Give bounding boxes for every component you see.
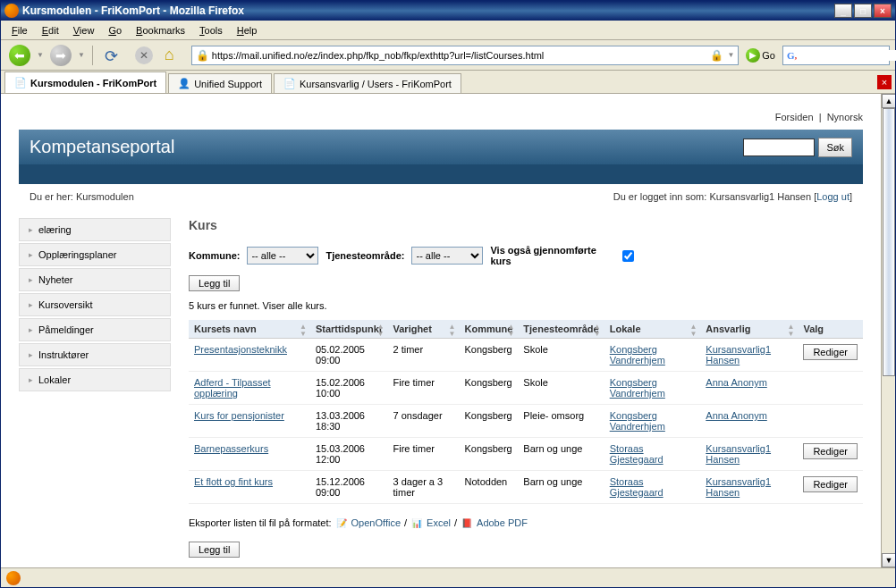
forward-button[interactable]: ➡ bbox=[47, 43, 74, 68]
page-nav-bar bbox=[19, 164, 863, 184]
table-row: Kurs for pensjonister13.03.200618:307 on… bbox=[189, 405, 863, 438]
column-header-6[interactable]: Ansvarlig▲▼ bbox=[700, 320, 798, 339]
scroll-down-button[interactable]: ▼ bbox=[882, 553, 895, 567]
sort-icon[interactable]: ▲▼ bbox=[689, 323, 697, 338]
header-search-input[interactable] bbox=[743, 139, 815, 156]
export-openoffice[interactable]: OpenOffice bbox=[351, 517, 401, 528]
kurs-table: Kursets navn▲▼Starttidspunkt▲▼Varighet▲▼… bbox=[189, 320, 863, 504]
kurs-link[interactable]: Adferd - Tilpasset opplæring bbox=[194, 377, 271, 399]
kurs-link[interactable]: Et flott og fint kurs bbox=[194, 476, 273, 487]
column-header-3[interactable]: Kommune▲▼ bbox=[460, 320, 519, 339]
ansvarlig-link[interactable]: Kursansvarlig1 Hansen bbox=[706, 476, 771, 498]
lokale-link[interactable]: Kongsberg Vandrerhjem bbox=[610, 344, 665, 365]
export-pdf[interactable]: Adobe PDF bbox=[477, 517, 528, 528]
search-input[interactable] bbox=[797, 50, 896, 61]
cell-kommune: Notodden bbox=[460, 471, 519, 504]
lokale-link[interactable]: Storaas Gjestegaard bbox=[610, 443, 664, 465]
menu-bookmarks[interactable]: Bookmarks bbox=[129, 23, 192, 38]
ansvarlig-link[interactable]: Kursansvarlig1 Hansen bbox=[706, 344, 771, 365]
lokale-link[interactable]: Kongsberg Vandrerhjem bbox=[610, 410, 665, 432]
tjeneste-select[interactable]: -- alle -- bbox=[411, 247, 483, 265]
cell-omrade: Barn og unge bbox=[518, 471, 604, 504]
column-header-7[interactable]: Valg bbox=[798, 320, 863, 339]
column-header-2[interactable]: Varighet▲▼ bbox=[388, 320, 460, 339]
cell-varighet: Fire timer bbox=[388, 372, 460, 405]
menu-view[interactable]: View bbox=[66, 23, 102, 38]
legg-til-button-bottom[interactable]: Legg til bbox=[189, 542, 240, 558]
sort-icon[interactable]: ▲▼ bbox=[377, 323, 385, 338]
sidebar-item-1[interactable]: ▸Opplæringsplaner bbox=[19, 243, 171, 266]
logout-link[interactable]: Logg ut bbox=[816, 191, 850, 202]
result-text: 5 kurs er funnet. Viser alle kurs. bbox=[189, 300, 863, 311]
sort-icon[interactable]: ▲▼ bbox=[507, 323, 514, 338]
scroll-up-button[interactable]: ▲ bbox=[882, 94, 895, 108]
sidebar-item-6[interactable]: ▸Lokaler bbox=[19, 368, 171, 391]
page-icon: 👤 bbox=[178, 78, 190, 90]
menu-tools[interactable]: Tools bbox=[192, 23, 230, 38]
menu-help[interactable]: Help bbox=[230, 23, 265, 38]
sort-icon[interactable]: ▲▼ bbox=[788, 323, 795, 338]
go-button[interactable]: ▶ Go bbox=[742, 48, 779, 63]
url-bar[interactable]: 🔒 🔒 ▼ bbox=[191, 46, 739, 65]
column-header-4[interactable]: Tjenesteområde▲▼ bbox=[518, 320, 604, 339]
scroll-thumb[interactable] bbox=[883, 108, 895, 376]
browser-tab-1[interactable]: 👤 Unified Support bbox=[168, 73, 272, 93]
menu-edit[interactable]: Edit bbox=[35, 23, 66, 38]
browser-tab-2[interactable]: 📄 Kursansvarlig / Users - FriKomPort bbox=[274, 73, 461, 93]
cell-start: 05.02.200509:00 bbox=[310, 339, 388, 372]
home-button[interactable]: ⌂ bbox=[161, 43, 188, 68]
column-header-1[interactable]: Starttidspunkt▲▼ bbox=[310, 320, 388, 339]
rediger-button[interactable]: Rediger bbox=[803, 443, 858, 459]
breadcrumb-prefix: Du er her: bbox=[30, 191, 76, 202]
menu-file[interactable]: File bbox=[4, 23, 35, 38]
reload-button[interactable]: ⟳ bbox=[100, 43, 127, 68]
url-input[interactable] bbox=[212, 50, 707, 61]
sidebar-item-4[interactable]: ▸Påmeldinger bbox=[19, 318, 171, 341]
rediger-button[interactable]: Rediger bbox=[803, 476, 858, 492]
kurs-link[interactable]: Barnepasserkurs bbox=[194, 443, 268, 454]
maximize-button[interactable]: □ bbox=[854, 4, 872, 18]
sidebar-item-0[interactable]: ▸elæring bbox=[19, 218, 171, 241]
ansvarlig-link[interactable]: Anna Anonym bbox=[706, 377, 767, 388]
page-title: Kompetanseportal bbox=[30, 137, 743, 157]
back-dropdown[interactable]: ▼ bbox=[37, 51, 44, 59]
rediger-button[interactable]: Rediger bbox=[803, 344, 858, 360]
export-excel[interactable]: Excel bbox=[427, 517, 451, 528]
cell-start: 15.02.200610:00 bbox=[310, 372, 388, 405]
search-bar[interactable]: G, bbox=[782, 46, 890, 65]
close-button[interactable]: × bbox=[874, 4, 892, 18]
ansvarlig-link[interactable]: Kursansvarlig1 Hansen bbox=[706, 443, 771, 465]
stop-button[interactable]: ✕ bbox=[131, 43, 157, 68]
vertical-scrollbar[interactable]: ▲ ▼ bbox=[881, 94, 895, 567]
column-header-5[interactable]: Lokale▲▼ bbox=[604, 320, 701, 339]
url-dropdown[interactable]: ▼ bbox=[727, 51, 734, 59]
browser-tab-0[interactable]: 📄 Kursmodulen - FriKomPort bbox=[4, 71, 166, 93]
ansvarlig-link[interactable]: Anna Anonym bbox=[706, 410, 767, 421]
forward-dropdown[interactable]: ▼ bbox=[78, 51, 85, 59]
sidebar-item-2[interactable]: ▸Nyheter bbox=[19, 268, 171, 291]
sort-icon[interactable]: ▲▼ bbox=[300, 323, 307, 338]
link-nynorsk[interactable]: Nynorsk bbox=[827, 112, 863, 122]
lokale-link[interactable]: Kongsberg Vandrerhjem bbox=[610, 377, 665, 399]
back-button[interactable]: ⬅ bbox=[6, 43, 33, 68]
minimize-button[interactable]: _ bbox=[834, 4, 852, 18]
header-search-button[interactable]: Søk bbox=[818, 138, 852, 157]
window-title: Kursmodulen - FriKomPort - Mozilla Firef… bbox=[22, 4, 834, 17]
sidebar-item-3[interactable]: ▸Kursoversikt bbox=[19, 293, 171, 316]
vis-checkbox[interactable] bbox=[622, 250, 634, 262]
sidebar-item-5[interactable]: ▸Instruktører bbox=[19, 343, 171, 366]
kurs-link[interactable]: Presentasjonsteknikk bbox=[194, 344, 287, 355]
kurs-link[interactable]: Kurs for pensjonister bbox=[194, 410, 284, 421]
sort-icon[interactable]: ▲▼ bbox=[594, 323, 601, 338]
column-header-0[interactable]: Kursets navn▲▼ bbox=[189, 320, 310, 339]
menu-go[interactable]: Go bbox=[101, 23, 129, 38]
sort-icon[interactable]: ▲▼ bbox=[449, 323, 456, 338]
close-tab-button[interactable]: × bbox=[877, 75, 892, 89]
lokale-link[interactable]: Storaas Gjestegaard bbox=[610, 476, 664, 498]
link-forsiden[interactable]: Forsiden bbox=[775, 112, 814, 122]
sidebar-item-label: Nyheter bbox=[38, 274, 73, 285]
kommune-select[interactable]: -- alle -- bbox=[247, 247, 318, 265]
legg-til-button-top[interactable]: Legg til bbox=[189, 275, 240, 291]
cell-omrade: Pleie- omsorg bbox=[518, 405, 604, 438]
cell-start: 13.03.200618:30 bbox=[310, 405, 388, 438]
